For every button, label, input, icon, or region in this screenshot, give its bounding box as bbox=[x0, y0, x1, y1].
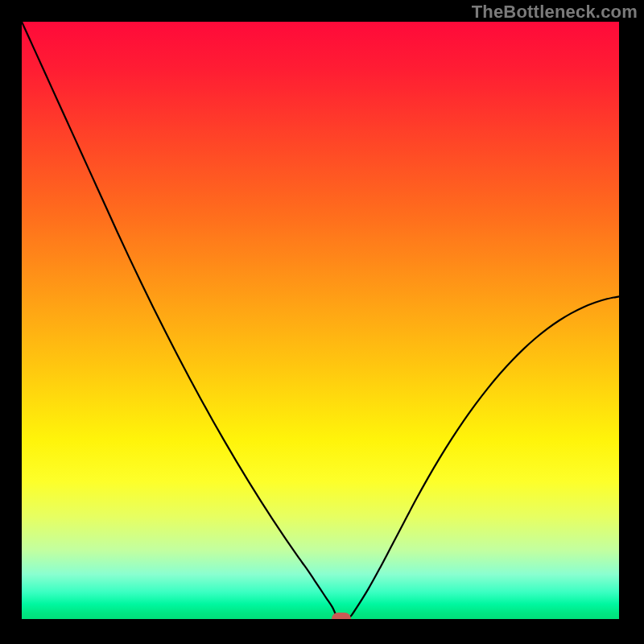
curve-svg bbox=[22, 22, 619, 619]
frame-right bbox=[619, 0, 644, 644]
watermark-text: TheBottleneck.com bbox=[472, 2, 638, 23]
canvas: TheBottleneck.com bbox=[0, 0, 644, 644]
frame-bottom bbox=[0, 619, 644, 644]
frame-left bbox=[0, 0, 22, 644]
plot-area bbox=[22, 22, 619, 619]
minimum-marker bbox=[332, 613, 351, 619]
bottleneck-curve bbox=[22, 22, 619, 619]
